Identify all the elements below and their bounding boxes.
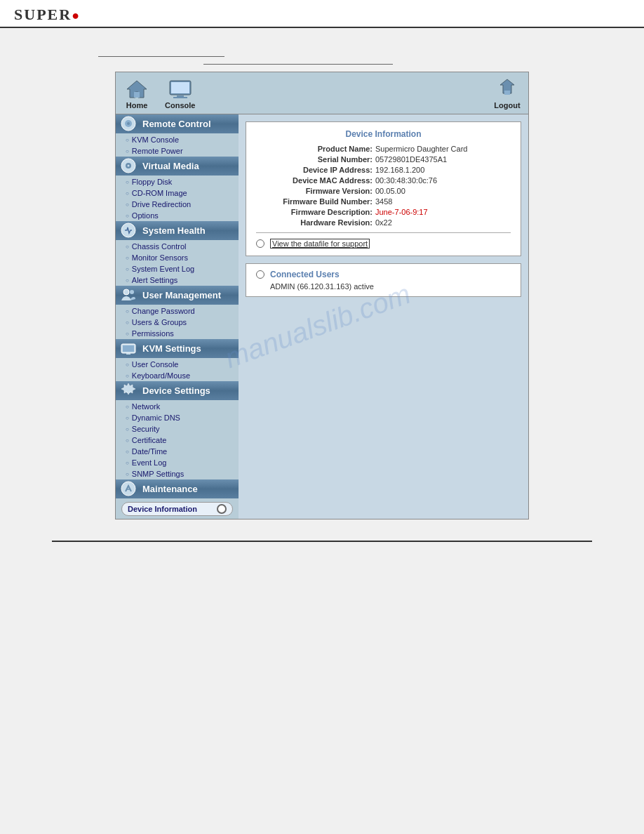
system-event-log-link[interactable]: System Event Log <box>116 263 239 274</box>
svg-point-10 <box>127 122 130 125</box>
floppy-disk-link[interactable]: Floppy Disk <box>116 176 239 187</box>
svg-rect-5 <box>173 97 187 98</box>
firmware-build-label: Firmware Build Number: <box>256 197 375 206</box>
svg-rect-18 <box>123 345 134 352</box>
svg-rect-1 <box>134 92 140 98</box>
device-mac-label: Device MAC Address: <box>256 176 375 185</box>
kvm-settings-icon <box>120 340 138 358</box>
firmware-build-value: 3458 <box>375 197 392 206</box>
svg-rect-3 <box>171 82 189 93</box>
virtual-media-label: Virtual Media <box>142 161 199 171</box>
device-information-label: Device Information <box>128 505 197 513</box>
device-ip-value: 192.168.1.200 <box>375 166 424 174</box>
certificate-link[interactable]: Certificate <box>116 435 239 446</box>
logout-label: Logout <box>494 101 520 110</box>
home-nav-item[interactable]: Home <box>123 77 151 110</box>
device-ip-label: Device IP Address: <box>256 166 375 174</box>
console-icon <box>166 77 194 101</box>
maintenance-header[interactable]: Maintenance <box>116 479 239 498</box>
system-health-header[interactable]: System Health <box>116 221 239 240</box>
kvm-settings-header[interactable]: KVM Settings <box>116 339 239 358</box>
deco-line-1 <box>98 56 224 57</box>
network-link[interactable]: Network <box>116 401 239 412</box>
logo: Super● <box>14 6 81 23</box>
sidebar: Remote Control KVM Console Remote Power … <box>116 114 239 519</box>
product-name-row: Product Name: Supermicro Daughter Card <box>256 145 511 153</box>
remote-control-icon <box>120 115 138 133</box>
firmware-build-row: Firmware Build Number: 3458 <box>256 197 511 206</box>
device-settings-header[interactable]: Device Settings <box>116 381 239 400</box>
svg-point-16 <box>130 290 134 294</box>
device-mac-row: Device MAC Address: 00:30:48:30:0c:76 <box>256 176 511 185</box>
device-info-title: Device Information <box>256 129 511 139</box>
support-link[interactable]: View the datafile for support <box>270 239 370 249</box>
cdrom-image-link[interactable]: CD-ROM Image <box>116 187 239 199</box>
chassis-control-link[interactable]: Chassis Control <box>116 241 239 252</box>
content-area: Device Information Product Name: Supermi… <box>239 114 528 519</box>
hardware-rev-value: 0x22 <box>375 218 392 227</box>
connected-users-label: Connected Users <box>270 270 340 279</box>
serial-number-label: Serial Number: <box>256 155 375 164</box>
hardware-rev-row: Hardware Revision: 0x22 <box>256 218 511 227</box>
dynamic-dns-link[interactable]: Dynamic DNS <box>116 412 239 423</box>
change-password-link[interactable]: Change Password <box>116 305 239 317</box>
serial-number-row: Serial Number: 05729801DE4375A1 <box>256 155 511 164</box>
device-settings-icon <box>120 382 138 400</box>
support-radio <box>256 239 264 248</box>
product-name-label: Product Name: <box>256 145 375 153</box>
device-ip-row: Device IP Address: 192.168.1.200 <box>256 166 511 174</box>
firmware-version-row: Firmware Version: 00.05.00 <box>256 187 511 195</box>
main-interface: Remote Control KVM Console Remote Power … <box>115 114 529 519</box>
keyboard-mouse-link[interactable]: Keyboard/Mouse <box>116 370 239 381</box>
maintenance-icon <box>120 480 138 498</box>
remote-control-label: Remote Control <box>142 119 211 129</box>
device-settings-label: Device Settings <box>142 385 210 396</box>
serial-number-value: 05729801DE4375A1 <box>375 155 447 164</box>
top-nav: Home Console <box>115 72 529 114</box>
security-link[interactable]: Security <box>116 423 239 435</box>
footer-line <box>52 541 592 542</box>
user-console-link[interactable]: User Console <box>116 359 239 370</box>
device-info-box: Device Information Product Name: Supermi… <box>246 121 521 256</box>
user-management-header[interactable]: User Management <box>116 286 239 305</box>
svg-point-21 <box>121 482 135 496</box>
system-health-icon <box>120 222 138 240</box>
snmp-settings-link[interactable]: SNMP Settings <box>116 468 239 479</box>
device-mac-value: 00:30:48:30:0c:76 <box>375 176 437 185</box>
connected-users-title: Connected Users <box>256 270 511 279</box>
remote-power-link[interactable]: Remote Power <box>116 145 239 157</box>
kvm-settings-label: KVM Settings <box>142 343 201 354</box>
permissions-link[interactable]: Permissions <box>116 328 239 339</box>
device-information-active[interactable]: Device Information <box>121 502 233 516</box>
drive-redirection-link[interactable]: Drive Redirection <box>116 199 239 210</box>
home-icon <box>123 77 151 101</box>
firmware-desc-row: Firmware Description: June-7-06-9:17 <box>256 208 511 216</box>
options-link[interactable]: Options <box>116 210 239 221</box>
maintenance-label: Maintenance <box>142 484 198 494</box>
header: Super● <box>0 0 644 28</box>
maintenance-radio <box>217 504 227 514</box>
users-groups-link[interactable]: Users & Groups <box>116 317 239 328</box>
user-entry: ADMIN (66.120.31.163) active <box>256 282 511 291</box>
console-nav-item[interactable]: Console <box>165 77 195 110</box>
connected-users-box: Connected Users ADMIN (66.120.31.163) ac… <box>246 263 521 297</box>
logout-icon <box>493 77 521 101</box>
logout-nav-item[interactable]: Logout <box>493 77 521 110</box>
console-label: Console <box>165 101 195 110</box>
event-log-link[interactable]: Event Log <box>116 457 239 468</box>
home-label: Home <box>126 101 148 110</box>
info-divider <box>256 232 511 233</box>
users-radio <box>256 270 264 279</box>
firmware-version-label: Firmware Version: <box>256 187 375 195</box>
alert-settings-link[interactable]: Alert Settings <box>116 274 239 286</box>
svg-rect-19 <box>126 353 130 355</box>
svg-point-13 <box>128 164 130 166</box>
firmware-desc-label: Firmware Description: <box>256 208 375 216</box>
system-health-label: System Health <box>142 225 206 236</box>
monitor-sensors-link[interactable]: Monitor Sensors <box>116 252 239 263</box>
svg-point-15 <box>123 289 129 295</box>
virtual-media-header[interactable]: Virtual Media <box>116 157 239 176</box>
remote-control-header[interactable]: Remote Control <box>116 114 239 133</box>
date-time-link[interactable]: Date/Time <box>116 446 239 457</box>
kvm-console-link[interactable]: KVM Console <box>116 134 239 145</box>
